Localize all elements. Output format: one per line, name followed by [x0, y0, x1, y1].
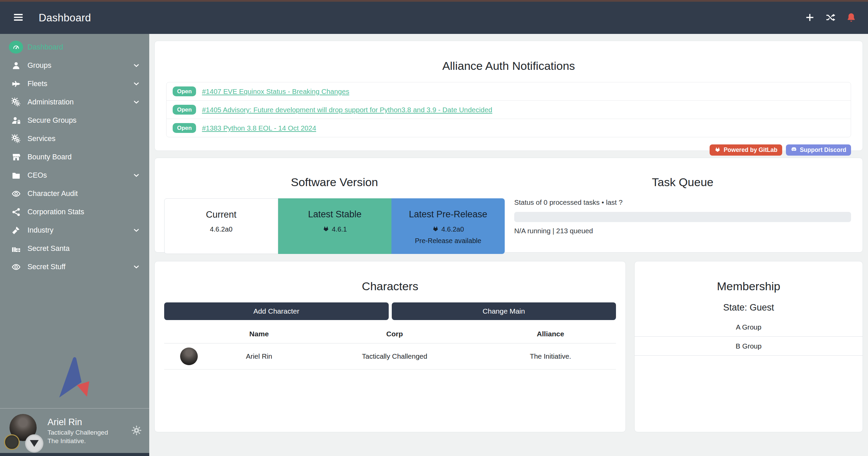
sidebar-item-secret-stuff[interactable]: Secret Stuff — [0, 258, 149, 276]
chevron-down-icon — [132, 80, 140, 88]
status-badge: Open — [173, 86, 196, 96]
sidebar-item-administration[interactable]: Administration — [0, 93, 149, 111]
membership-card: Membership State: Guest A Group B Group — [634, 261, 863, 432]
sidebar-item-ceos[interactable]: CEOs — [0, 166, 149, 184]
chevron-down-icon — [132, 98, 140, 106]
notifications-button[interactable] — [846, 12, 856, 24]
sidebar-item-label: Services — [27, 135, 55, 143]
version-cell-label: Current — [165, 210, 278, 220]
sidebar-item-groups[interactable]: Groups — [0, 56, 149, 75]
status-badge: Open — [173, 123, 196, 133]
plus-icon — [805, 12, 815, 24]
add-button[interactable] — [805, 12, 815, 24]
jet-fighter-icon — [9, 79, 23, 88]
user-avatar-group — [7, 413, 39, 449]
user-settings-button[interactable] — [131, 425, 142, 437]
shuffle-icon — [825, 12, 836, 24]
user-lock-icon — [9, 116, 23, 125]
notification-link[interactable]: #1407 EVE Equinox Status - Breaking Chan… — [202, 87, 349, 96]
version-cell-stable: Latest Stable 4.6.1 — [278, 198, 391, 254]
sidebar-item-label: Corporation Stats — [27, 208, 84, 216]
shop-icon — [9, 153, 23, 162]
task-queue-section: Task Queue Status of 0 processed tasks •… — [514, 166, 863, 244]
task-queue-progressbar — [514, 212, 851, 222]
sidebar-item-label: Secret Stuff — [27, 263, 65, 271]
characters-table: Name Corp Alliance Ariel Rin Tactically … — [164, 324, 616, 370]
sidebar-item-corporation-stats[interactable]: Corporation Stats — [0, 203, 149, 221]
sidebar-item-label: Administration — [27, 98, 74, 106]
gitlab-badge-link[interactable]: Powered by GitLab — [710, 144, 782, 156]
alliance-auth-logo — [55, 357, 94, 399]
bell-icon — [846, 12, 856, 24]
list-item: A Group — [635, 318, 863, 337]
sidebar-item-label: Fleets — [27, 80, 47, 88]
gitlab-icon — [714, 146, 721, 154]
sidebar-item-fleets[interactable]: Fleets — [0, 75, 149, 93]
sidebar-item-dashboard[interactable]: Dashboard — [0, 38, 149, 56]
sidebar-toggle-button[interactable] — [12, 11, 25, 25]
hammer-icon — [9, 226, 23, 235]
version-number: 4.6.2a0 — [210, 225, 233, 233]
user-panel: Ariel Rin Tactically Challenged The Init… — [0, 408, 149, 453]
gauge-icon — [9, 41, 23, 54]
corp-logo-badge — [4, 434, 20, 450]
sidebar-item-label: Groups — [27, 61, 52, 70]
notifications-title: Alliance Auth Notifications — [166, 59, 851, 73]
user-alliance: The Initiative. — [47, 437, 108, 445]
character-alliance-cell: The Initiative. — [485, 343, 616, 370]
prerelease-note: Pre-Release available — [391, 237, 505, 245]
sidebar-item-services[interactable]: Services — [0, 130, 149, 148]
characters-table-header: Name Corp Alliance — [164, 324, 616, 343]
change-main-button[interactable]: Change Main — [392, 302, 616, 320]
sidebar-item-label: Dashboard — [27, 43, 63, 52]
table-row: Ariel Rin Tactically Challenged The Init… — [164, 343, 616, 370]
chevron-down-icon — [132, 171, 140, 179]
character-name-cell: Ariel Rin — [214, 343, 304, 370]
gitlab-icon — [323, 225, 329, 234]
list-item: B Group — [635, 337, 863, 356]
add-character-button[interactable]: Add Character — [164, 302, 389, 320]
sidebar-item-secure-groups[interactable]: Secure Groups — [0, 111, 149, 130]
gears-icon — [9, 134, 23, 143]
discord-badge-label: Support Discord — [800, 146, 846, 154]
user-info: Ariel Rin Tactically Challenged The Init… — [47, 416, 108, 445]
hamburger-icon — [13, 12, 24, 24]
sidebar-item-label: Industry — [27, 226, 53, 235]
sidebar-item-industry[interactable]: Industry — [0, 221, 149, 239]
user-name: Ariel Rin — [47, 416, 108, 429]
version-cell-label: Latest Stable — [278, 209, 391, 220]
gitlab-icon — [432, 225, 439, 234]
sidebar-item-label: CEOs — [27, 171, 47, 180]
avatar-column-header — [164, 324, 214, 343]
alliance-column-header: Alliance — [485, 324, 616, 343]
task-queue-counts: N/A running | 213 queued — [514, 227, 851, 235]
membership-title: Membership — [635, 280, 863, 293]
sidebar-item-character-audit[interactable]: Character Audit — [0, 184, 149, 203]
discord-icon — [791, 146, 797, 154]
character-corp-cell: Tactically Challenged — [304, 343, 485, 370]
status-badge: Open — [173, 105, 196, 115]
software-version-table: Current 4.6.2a0 Latest Stable 4.6.1 Late… — [164, 198, 505, 254]
notification-link[interactable]: #1405 Advisory: Future development will … — [202, 106, 492, 114]
membership-groups-list: A Group B Group — [635, 318, 863, 356]
character-switch-button[interactable] — [825, 12, 836, 24]
membership-state: State: Guest — [635, 302, 863, 313]
notification-link[interactable]: #1383 Python 3.8 EOL - 14 Oct 2024 — [202, 124, 316, 132]
sidebar-item-bounty-board[interactable]: Bounty Board — [0, 148, 149, 166]
notifications-card: Alliance Auth Notifications Open #1407 E… — [154, 41, 863, 151]
characters-title: Characters — [164, 280, 616, 293]
software-version-title: Software Version — [164, 176, 505, 189]
character-portrait — [180, 348, 198, 365]
discord-badge-link[interactable]: Support Discord — [786, 144, 851, 156]
eye-icon — [9, 189, 23, 198]
sidebar-item-secret-santa[interactable]: Secret Santa — [0, 239, 149, 258]
notification-row: Open #1405 Advisory: Future development … — [167, 100, 851, 119]
notifications-footer: Powered by GitLab Support Discord — [166, 144, 851, 156]
name-column-header: Name — [214, 324, 304, 343]
corp-column-header: Corp — [304, 324, 485, 343]
characters-card: Characters Add Character Change Main Nam… — [154, 261, 626, 432]
top-accent-strip — [0, 0, 868, 2]
notifications-list: Open #1407 EVE Equinox Status - Breaking… — [166, 82, 851, 137]
gear-icon — [131, 425, 142, 437]
version-number: 4.6.1 — [332, 225, 347, 233]
